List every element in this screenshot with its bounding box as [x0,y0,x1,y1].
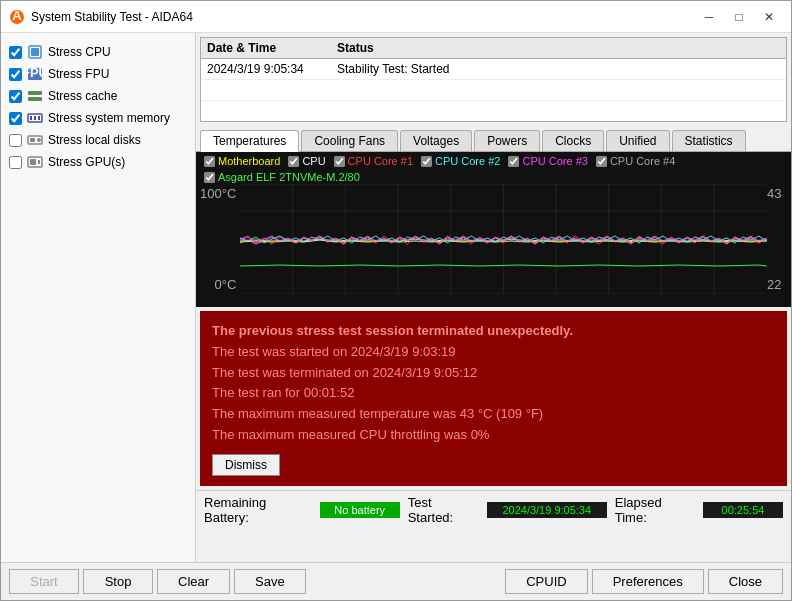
stress-cache-checkbox[interactable] [9,90,22,103]
close-window-button[interactable]: ✕ [755,7,783,27]
right-label-22: 22 [767,277,791,292]
legend-motherboard-label: Motherboard [218,155,280,167]
svg-rect-12 [30,116,32,120]
window-controls: ─ □ ✕ [695,7,783,27]
svg-rect-13 [34,116,36,120]
test-started-value: 2024/3/19 9:05:34 [487,502,607,518]
legend-motherboard-checkbox[interactable] [204,156,215,167]
stress-memory-checkbox[interactable] [9,112,22,125]
clear-button[interactable]: Clear [157,569,230,594]
legend-core4-label: CPU Core #4 [610,155,675,167]
tab-temperatures[interactable]: Temperatures [200,130,299,152]
svg-rect-9 [28,91,42,95]
stress-disks-checkbox[interactable] [9,134,22,147]
stress-disks-label[interactable]: Stress local disks [48,133,141,147]
app-icon: A [9,9,25,25]
col-datetime-header: Date & Time [201,38,331,59]
test-started-label: Test Started: [408,495,479,525]
legend-cpu-core3: CPU Core #3 [508,155,587,167]
svg-rect-3 [31,48,39,56]
stress-gpu-label[interactable]: Stress GPU(s) [48,155,125,169]
minimize-button[interactable]: ─ [695,7,723,27]
disk-icon [26,133,44,147]
legend-cpu-core4: CPU Core #4 [596,155,675,167]
y-label-min: 0°C [200,277,236,292]
memory-icon [26,111,44,125]
chart-area: Motherboard CPU CPU Core #1 CPU Core #2 [196,152,791,307]
legend-core1-checkbox[interactable] [334,156,345,167]
alert-line-5: The maximum measured temperature was 43 … [212,404,775,425]
start-button[interactable]: Start [9,569,79,594]
legend-cpu: CPU [288,155,325,167]
svg-point-17 [37,138,41,142]
chart-legend-row1: Motherboard CPU CPU Core #1 CPU Core #2 [196,152,791,170]
row-datetime: 2024/3/19 9:05:34 [201,59,331,80]
legend-motherboard: Motherboard [204,155,280,167]
legend-asgard: Asgard ELF 2TNVMe-M.2/80 [204,171,360,183]
stress-cpu-item: Stress CPU [5,41,191,63]
tab-statistics[interactable]: Statistics [672,130,746,151]
svg-rect-14 [38,116,40,120]
table-row: 2024/3/19 9:05:34 Stability Test: Starte… [201,59,786,80]
stress-disks-item: Stress local disks [5,129,191,151]
status-bar: Remaining Battery: No battery Test Start… [196,490,791,529]
tab-powers[interactable]: Powers [474,130,540,151]
tabs-bar: Temperatures Cooling Fans Voltages Power… [196,126,791,152]
tab-clocks[interactable]: Clocks [542,130,604,151]
chart-graph [240,184,767,294]
dismiss-button[interactable]: Dismiss [212,454,280,476]
tab-unified[interactable]: Unified [606,130,669,151]
alert-line-1: The previous stress test session termina… [212,321,775,342]
gpu-icon [26,155,44,169]
cache-icon [26,89,44,103]
stress-fpu-item: FPU Stress FPU [5,63,191,85]
maximize-button[interactable]: □ [725,7,753,27]
svg-rect-20 [38,160,40,164]
stress-memory-item: Stress system memory [5,107,191,129]
status-table: Date & Time Status 2024/3/19 9:05:34 Sta… [200,37,787,122]
cpu-icon [26,45,44,59]
tab-voltages[interactable]: Voltages [400,130,472,151]
elapsed-time-label: Elapsed Time: [615,495,695,525]
legend-asgard-label: Asgard ELF 2TNVMe-M.2/80 [218,171,360,183]
stress-memory-label[interactable]: Stress system memory [48,111,170,125]
stop-button[interactable]: Stop [83,569,153,594]
bottom-bar: Start Stop Clear Save CPUID Preferences … [1,562,791,600]
fpu-icon: FPU [26,67,44,81]
svg-rect-16 [30,138,35,142]
legend-cpu-label: CPU [302,155,325,167]
svg-text:FPU: FPU [27,67,43,80]
main-content: Stress CPU FPU Stress FPU Stress cache [1,33,791,562]
title-bar: A System Stability Test - AIDA64 ─ □ ✕ [1,1,791,33]
legend-core4-checkbox[interactable] [596,156,607,167]
save-button[interactable]: Save [234,569,306,594]
cpuid-button[interactable]: CPUID [505,569,587,594]
chart-legend-row2: Asgard ELF 2TNVMe-M.2/80 [196,170,791,184]
stress-gpu-checkbox[interactable] [9,156,22,169]
remaining-battery-label: Remaining Battery: [204,495,312,525]
chart-right-labels: 43 22 [767,184,791,294]
alert-line-6: The maximum measured CPU throttling was … [212,425,775,446]
preferences-button[interactable]: Preferences [592,569,704,594]
legend-asgard-checkbox[interactable] [204,172,215,183]
stress-cache-label[interactable]: Stress cache [48,89,117,103]
right-panel: Date & Time Status 2024/3/19 9:05:34 Sta… [196,33,791,562]
alert-line-3: The test was terminated on 2024/3/19 9:0… [212,363,775,384]
chart-canvas: 100°C 0°C [196,184,791,294]
tab-cooling-fans[interactable]: Cooling Fans [301,130,398,151]
main-window: A System Stability Test - AIDA64 ─ □ ✕ S… [0,0,792,601]
alert-panel: The previous stress test session termina… [200,311,787,486]
y-label-max: 100°C [200,186,236,201]
stress-cpu-label[interactable]: Stress CPU [48,45,111,59]
stress-cache-item: Stress cache [5,85,191,107]
svg-text:A: A [12,9,22,23]
svg-rect-10 [28,97,42,101]
stress-cpu-checkbox[interactable] [9,46,22,59]
remaining-battery-value: No battery [320,502,400,518]
close-button[interactable]: Close [708,569,783,594]
legend-core3-checkbox[interactable] [508,156,519,167]
stress-fpu-checkbox[interactable] [9,68,22,81]
legend-cpu-checkbox[interactable] [288,156,299,167]
stress-fpu-label[interactable]: Stress FPU [48,67,109,81]
legend-core2-checkbox[interactable] [421,156,432,167]
